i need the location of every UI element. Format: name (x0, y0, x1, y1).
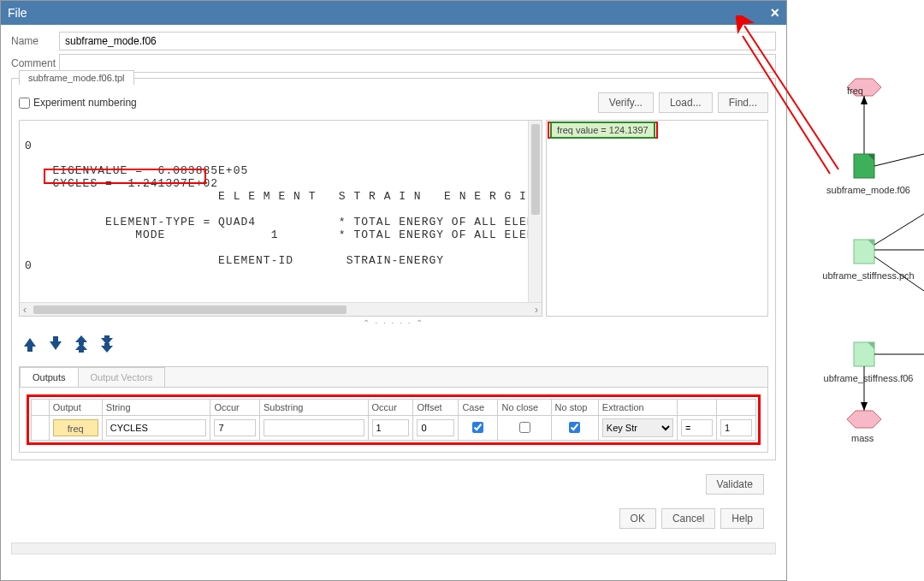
node-freq-label: freq (847, 86, 863, 96)
name-field[interactable] (59, 32, 776, 50)
experiment-numbering-label: Experiment numbering (33, 97, 137, 109)
single-down-icon[interactable] (48, 335, 63, 356)
tab-output-vectors[interactable]: Output Vectors (78, 367, 166, 387)
preview-line-3: E L E M E N T S T R A I N E N E R G I E (30, 190, 542, 203)
help-button[interactable]: Help (720, 508, 764, 529)
extraction-select[interactable]: Key Str (602, 418, 673, 437)
col-offset: Offset (413, 400, 459, 416)
outputs-table-highlight: Output String Occur Substring Occur Offs… (27, 394, 761, 445)
double-up-icon[interactable] (74, 335, 89, 356)
file-dialog: File × Name Comment subframe_mode.f06.tp… (0, 0, 787, 581)
workflow-diagram (796, 0, 924, 479)
template-panel: subframe_mode.f06.tpl Experiment numberi… (11, 78, 776, 460)
node-f06-label: subframe_mode.f06 (808, 185, 924, 195)
occur1-cell[interactable] (214, 419, 256, 436)
freq-value-badge: freq value = 124.1397 (550, 122, 655, 139)
col-op (677, 400, 716, 416)
progress-bar (11, 542, 776, 554)
node-pch-label: ubframe_stiffness.pch (808, 270, 924, 281)
gutter-zero-bot: 0 (25, 259, 32, 272)
experiment-numbering-checkbox[interactable] (19, 98, 30, 109)
outputs-tabs: Outputs Output Vectors Output String Occ… (19, 366, 768, 453)
svg-marker-1 (50, 336, 62, 350)
horizontal-scrollbar[interactable]: ‹› (20, 302, 542, 316)
load-button[interactable]: Load... (659, 92, 713, 113)
preview-line-7: ELEMENT-ID STRAIN-ENERGY PERCEN (30, 254, 542, 267)
arrow-toolbar (19, 328, 768, 363)
node-mass-label: mass (851, 433, 874, 443)
comment-field[interactable] (59, 54, 776, 73)
ok-button[interactable]: OK (619, 508, 656, 529)
svg-marker-3 (75, 343, 87, 353)
validate-button[interactable]: Validate (706, 474, 764, 495)
cycles-highlight (44, 169, 206, 184)
outputs-table: Output String Occur Substring Occur Offs… (31, 399, 756, 441)
svg-marker-21 (847, 411, 881, 428)
gutter-zero-top: 0 (25, 139, 32, 152)
svg-line-11 (874, 154, 924, 166)
col-case: Case (459, 400, 498, 416)
col-noclose: No close (498, 400, 551, 416)
col-output: Output (49, 400, 102, 416)
op-cell[interactable] (681, 419, 713, 436)
nostop-checkbox[interactable] (569, 422, 580, 433)
case-checkbox[interactable] (472, 422, 483, 433)
table-row: freq Key Str (32, 416, 756, 441)
svg-marker-0 (24, 338, 36, 352)
col-string: String (102, 400, 210, 416)
col-nostop: No stop (551, 400, 598, 416)
cancel-button[interactable]: Cancel (661, 508, 715, 529)
svg-marker-8 (861, 96, 868, 104)
svg-marker-20 (861, 402, 868, 411)
single-up-icon[interactable] (22, 335, 38, 356)
preview-line-6: MODE 1 * TOTAL ENERGY OF ALL ELEMENTS IN… (30, 228, 542, 241)
string-cell[interactable] (106, 419, 207, 436)
preview-line-5: ELEMENT-TYPE = QUAD4 * TOTAL ENERGY OF A… (30, 216, 542, 228)
panel-tab: subframe_mode.f06.tpl (19, 70, 134, 85)
col-val (716, 400, 755, 416)
close-icon[interactable]: × (770, 4, 779, 22)
svg-marker-5 (101, 335, 113, 345)
splitter-handle[interactable]: ⌃ · · · · · ⌃ (19, 318, 768, 328)
titlebar: File × (1, 1, 786, 25)
svg-line-14 (874, 214, 924, 245)
name-label: Name (11, 35, 59, 47)
find-button[interactable]: Find... (718, 92, 768, 113)
substring-cell[interactable] (264, 419, 364, 436)
occur2-cell[interactable] (372, 419, 410, 436)
verify-button[interactable]: Verify... (598, 92, 654, 113)
col-occur1: Occur (210, 400, 260, 416)
tab-outputs[interactable]: Outputs (20, 367, 79, 387)
col-substring: Substring (259, 400, 368, 416)
offset-cell[interactable] (417, 419, 454, 436)
preview-pane[interactable]: 0 0 EIGENVALUE = 6.083885E+05 CYCLES = 1… (19, 120, 542, 317)
col-extraction: Extraction (598, 400, 677, 416)
double-down-icon[interactable] (99, 335, 115, 356)
output-cell-button[interactable]: freq (53, 419, 98, 436)
comment-label: Comment (11, 57, 59, 69)
val-cell[interactable] (720, 419, 752, 436)
result-pane: freq value = 124.1397 (546, 120, 768, 317)
noclose-checkbox[interactable] (519, 422, 530, 433)
vertical-scrollbar[interactable] (528, 121, 542, 302)
col-occur2: Occur (368, 400, 413, 416)
dialog-title: File (8, 6, 27, 20)
node-f06b-label: ubframe_stiffness.f06 (808, 373, 924, 383)
